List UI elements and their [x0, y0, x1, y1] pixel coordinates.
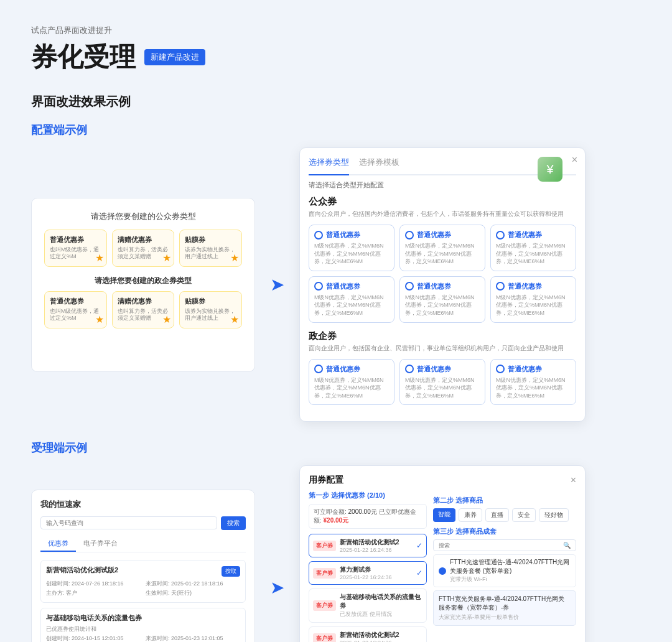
- product-option-health[interactable]: 康养: [459, 508, 482, 522]
- voucher-list-item-1[interactable]: 客户券 算力测试券 2025-01-22 16:24:36 ✓: [309, 561, 427, 585]
- amount-label-text: 可立即金额:: [314, 508, 348, 515]
- step3-option-content-0: FTTH光速管理通告-通-4/2024.07FTTH光网关服务套餐 (宽带单套)…: [450, 558, 571, 584]
- page-main-title: 券化受理: [31, 40, 136, 75]
- voucher-tag-1: 客户券: [313, 568, 336, 579]
- config-public-card-3-title: 普通优惠券: [326, 282, 360, 291]
- voucher-card-0[interactable]: 普通优惠券 也叫M级优惠券，通过定义%M ★: [44, 230, 107, 267]
- receipt-section: 受理端示例 我的恒速家 搜索 优惠券 电子券平台 新营销活动优化测试版2 按取: [31, 440, 641, 642]
- star-icon-2: ★: [230, 252, 239, 264]
- config-section-title: 配置端示例: [31, 123, 641, 137]
- voucher-card-2-title: 贴膜券: [185, 235, 236, 244]
- voucher-list-item-3[interactable]: 客户券 新营销活动优化测试2 2025-01-22 16:24:36: [309, 626, 427, 642]
- product-option-smart[interactable]: 智能: [433, 508, 455, 522]
- gov-voucher-grid: 普通优惠券 也叫M级优惠券，通过定义%M ★ 满赠优惠券 也叫算力券，活类必须定…: [44, 291, 242, 328]
- receipt-meta-effective: 生效时间: 天(旺行): [146, 589, 240, 597]
- receipt-search-button[interactable]: 搜索: [221, 516, 246, 530]
- voucher-card-1[interactable]: 满赠优惠券 也叫算力券，活类必须定义某赠赠 ★: [112, 230, 175, 267]
- amount-val: 2000.00元: [348, 508, 377, 515]
- step4-info: FTTH宽光关服务单-通-4/2024.07FTTH光网关服务套餐（宽带单套）-…: [439, 595, 571, 612]
- voucher-item-meta-0: 2025-01-22 16:24:36: [340, 547, 413, 553]
- step3-search-input[interactable]: [439, 542, 561, 549]
- gov-voucher-card-1-title: 满赠优惠券: [118, 297, 169, 306]
- config-right-panel: ¥ × 选择券类型 选择券模板 请选择适合类型开始配置 公众券 面向公众用户，包…: [299, 147, 586, 422]
- amount-label: 可立即金额: 2000.00元 已立即优惠金额: ¥20.00元: [314, 508, 422, 525]
- config-public-card-0[interactable]: 普通优惠券 M级N优惠券，定义%MM6N优惠券，定义%MM6N优惠券，定义%ME…: [309, 225, 394, 271]
- check-icon-1: ✓: [416, 569, 422, 577]
- receipt-close-icon[interactable]: ×: [571, 475, 576, 486]
- voucher-item-info-1: 算力测试券 2025-01-22 16:24:36: [340, 565, 413, 580]
- voucher-list-panel: 第一步 选择优惠券 (2/10) 可立即金额: 2000.00元 已立即优惠金额…: [309, 491, 427, 642]
- config-public-card-2-desc: M级N优惠券，定义%MM6N优惠券，定义%MM6N优惠券，定义%ME6%M: [496, 242, 571, 266]
- receipt-left-panel: 我的恒速家 搜索 优惠券 电子券平台 新营销活动优化测试版2 按取 创建时间: …: [31, 490, 255, 642]
- receipt-item-1-create: 创建时间: 2024-10-15 12:01:05: [46, 635, 141, 642]
- voucher-list-item-0[interactable]: 客户券 新营销活动优化测试2 2025-01-22 16:24:36 ✓: [309, 534, 427, 557]
- page-subtitle: 试点产品界面改进提升: [31, 25, 641, 36]
- config-public-card-5-desc: M级N优惠券，定义%MM6N优惠券，定义%MM6N优惠券，定义%ME6%M: [496, 294, 571, 317]
- gov-voucher-card-0-desc: 也叫M级优惠券，通过定义%M: [50, 308, 101, 322]
- receipt-search-input[interactable]: [40, 516, 217, 529]
- config-gov-card-1[interactable]: 普通优惠券 M级N优惠券，定义%MM6N优惠券，定义%MM6N优惠券，定义%ME…: [399, 359, 485, 406]
- receipt-right-title: 用券配置: [309, 475, 343, 486]
- voucher-item-meta-2: 已发放优惠 使用情况: [340, 610, 422, 618]
- config-public-card-1[interactable]: 普通优惠券 M级N优惠券，定义%MM6N优惠券，定义%MM6N优惠券，定义%ME…: [399, 225, 485, 271]
- receipt-tabs: 优惠券 电子券平台: [40, 536, 246, 552]
- gov-voucher-card-0[interactable]: 普通优惠券 也叫M级优惠券，通过定义%M ★: [44, 291, 107, 328]
- config-gov-card-2[interactable]: 普通优惠券 M级N优惠券，定义%MM6N优惠券，定义%MM6N优惠券，定义%ME…: [490, 359, 576, 406]
- config-public-card-0-title: 普通优惠券: [326, 230, 360, 240]
- receipt-tab-eplatform[interactable]: 电子券平台: [76, 536, 125, 552]
- config-gov-card-2-title: 普通优惠券: [508, 365, 542, 374]
- product-option-security[interactable]: 安全: [512, 508, 536, 522]
- option-circle-5: [496, 282, 505, 291]
- voucher-card-2[interactable]: 贴膜券 该券为实物兑换券，用户通过线上 ★: [179, 230, 242, 267]
- voucher-card-1-desc: 也叫算力券，活类必须定义某赠赠: [118, 246, 169, 261]
- product-option-live[interactable]: 直播: [485, 508, 509, 522]
- option-circle-4: [405, 282, 414, 291]
- config-public-card-2[interactable]: 普通优惠券 M级N优惠券，定义%MM6N优惠券，定义%MM6N优惠券，定义%ME…: [490, 225, 576, 271]
- config-public-card-4[interactable]: 普通优惠券 M级N优惠券，定义%MM6N优惠券，定义%MM6N优惠券，定义%ME…: [399, 276, 485, 323]
- receipt-item-0-title: 新营销活动优化测试版2: [46, 565, 118, 575]
- gov-voucher-card-1[interactable]: 满赠优惠券 也叫算力券，活类必须定义某赠赠 ★: [112, 291, 175, 328]
- voucher-item-info-0: 新营销活动优化测试2 2025-01-22 16:24:36: [340, 538, 413, 553]
- step2-label: 第二步 选择商品: [433, 496, 576, 505]
- config-tab-template[interactable]: 选择券模板: [359, 157, 399, 170]
- config-gov-card-0-title: 普通优惠券: [326, 365, 360, 374]
- receipt-meta-create: 创建时间: 2024-07-26 18:18:16: [46, 580, 141, 588]
- config-public-cards-grid: 普通优惠券 M级N优惠券，定义%MM6N优惠券，定义%MM6N优惠券，定义%ME…: [309, 225, 576, 323]
- option-circle-3: [314, 282, 323, 291]
- config-tab-type[interactable]: 选择券类型: [309, 157, 349, 175]
- voucher-item-info-3: 新营销活动优化测试2 2025-01-22 16:24:36: [340, 631, 422, 642]
- star-icon-0: ★: [95, 252, 104, 264]
- config-left-panel: 请选择您要创建的公众券类型 普通优惠券 也叫M级优惠券，通过定义%M ★ 满赠优…: [31, 198, 255, 372]
- step3-option-0[interactable]: FTTH光速管理通告-通-4/2024.07FTTH光网关服务套餐 (宽带单套)…: [433, 554, 576, 587]
- public-voucher-label: 请选择您要创建的公众券类型: [44, 211, 242, 222]
- receipt-item-0-btn[interactable]: 按取: [222, 566, 240, 577]
- config-public-title: 公众券: [309, 196, 576, 208]
- receipt-tab-coupon[interactable]: 优惠券: [40, 536, 76, 552]
- config-gov-card-0[interactable]: 普通优惠券 M级N优惠券，定义%MM6N优惠券，定义%MM6N优惠券，定义%ME…: [309, 359, 394, 406]
- config-gov-sub: 面向企业用户，包括国有企业、民营部门，事业单位等组织机构用户，只面向企业产品和使…: [309, 344, 576, 353]
- config-public-card-2-title: 普通优惠券: [508, 230, 542, 240]
- star-icon-1: ★: [162, 252, 171, 264]
- config-public-card-0-desc: M级N优惠券，定义%MM6N优惠券，定义%MM6N优惠券，定义%ME6%M: [314, 242, 389, 266]
- config-public-card-3[interactable]: 普通优惠券 M级N优惠券，定义%MM6N优惠券，定义%MM6N优惠券，定义%ME…: [309, 276, 394, 323]
- config-public-card-5[interactable]: 普通优惠券 M级N优惠券，定义%MM6N优惠券，定义%MM6N优惠券，定义%ME…: [490, 276, 576, 323]
- step3-label: 第三步 选择商品成套: [433, 527, 576, 536]
- receipt-item-1-already: 已优惠券使用统计和: [46, 625, 141, 633]
- config-close-icon[interactable]: ×: [572, 154, 577, 165]
- check-icon-0: ✓: [416, 541, 422, 550]
- step3-search-row: 🔍: [433, 539, 576, 551]
- voucher-config-row: 第一步 选择优惠券 (2/10) 可立即金额: 2000.00元 已立即优惠金额…: [309, 491, 576, 642]
- public-voucher-grid: 普通优惠券 也叫M级优惠券，通过定义%M ★ 满赠优惠券 也叫算力券，活类必须定…: [44, 230, 242, 267]
- voucher-item-name-2: 与基础移动电话关系的流量包券: [340, 593, 422, 610]
- gov-voucher-card-2[interactable]: 贴膜券 该券为实物兑换券，用户通过线上 ★: [179, 291, 242, 328]
- voucher-list-item-2[interactable]: 客户券 与基础移动电话关系的流量包券 已发放优惠 使用情况: [309, 588, 427, 623]
- voucher-item-meta-3: 2025-01-22 16:24:36: [340, 640, 422, 642]
- product-option-goods[interactable]: 轻好物: [539, 508, 569, 522]
- page-container: 试点产品界面改进提升 券化受理 新建产品改进 界面改进效果示例 配置端示例 请选…: [31, 25, 641, 642]
- voucher-item-name-3: 新营销活动优化测试2: [340, 631, 422, 640]
- config-prompt: 请选择适合类型开始配置: [309, 180, 576, 190]
- receipt-item-0-meta: 创建时间: 2024-07-26 18:18:16 来源时间: 2025-01-…: [46, 580, 240, 597]
- step3-option-name-0: FTTH光速管理通告-通-4/2024.07FTTH光网关服务套餐 (宽带单套): [450, 558, 571, 575]
- receipt-meta-host: 主办方: 客户: [46, 589, 141, 597]
- receipt-left-title: 我的恒速家: [40, 499, 246, 510]
